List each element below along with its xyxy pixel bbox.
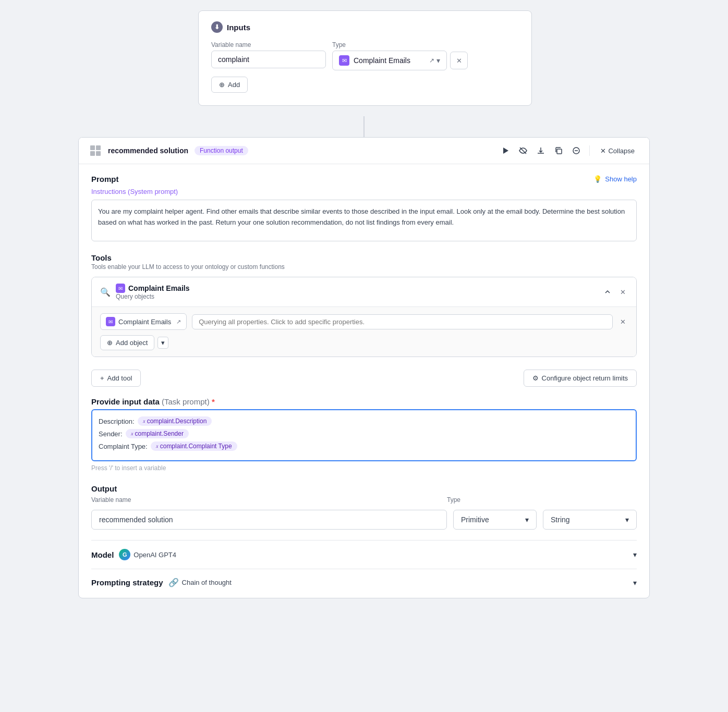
tool-collapse-button[interactable] — [601, 286, 614, 298]
plus-icon: + — [100, 374, 104, 382]
tools-title: Tools — [91, 253, 637, 262]
tools-subtitle: Tools enable your LLM to access to your … — [91, 263, 637, 271]
complaint-emails-icon: ✉ — [339, 55, 349, 66]
output-type-label: Type — [447, 496, 530, 504]
object-properties-input[interactable] — [192, 314, 613, 329]
model-section-header[interactable]: Model G OpenAI GPT4 ▾ — [91, 549, 637, 560]
object-remove-button[interactable]: ✕ — [618, 316, 628, 328]
svg-rect-3 — [96, 151, 101, 156]
hide-button[interactable] — [516, 144, 530, 157]
instructions-textarea[interactable]: You are my complaint helper agent. Find … — [91, 200, 637, 241]
variable-chip-description[interactable]: 𝑥 complaint.Description — [138, 416, 212, 426]
bulb-icon: 💡 — [593, 175, 602, 183]
tool-name: Complaint Emails — [128, 284, 189, 292]
header-divider — [589, 145, 590, 156]
gear-icon: ⚙ — [532, 374, 539, 382]
download-button[interactable] — [534, 144, 548, 157]
add-variable-button[interactable]: ⊕ Add — [211, 77, 248, 93]
variable-chip-sender[interactable]: 𝑥 complaint.Sender — [126, 429, 189, 438]
type-value: Primitive — [461, 515, 489, 524]
model-title: Model — [91, 550, 114, 559]
type-label: Type — [332, 41, 468, 48]
slash-hint: Press '/' to insert a variable — [91, 464, 637, 472]
output-subtype-chevron-icon: ▾ — [625, 515, 629, 524]
object-external-link-icon: ↗ — [176, 318, 181, 325]
strategy-chevron-icon: ▾ — [633, 579, 637, 587]
prompting-strategy-title: Prompting strategy — [91, 578, 163, 587]
output-type-chevron-icon: ▾ — [525, 515, 529, 524]
function-output-badge: Function output — [195, 146, 248, 155]
svg-rect-1 — [96, 145, 101, 150]
output-subtype-select[interactable]: String ▾ — [543, 510, 637, 530]
output-type-select[interactable]: Primitive ▾ — [453, 510, 537, 530]
dropdown-chevron-icon[interactable]: ▾ — [436, 56, 440, 65]
function-header: recommended solution Function output — [79, 138, 649, 164]
input-line-complaint-type: Complaint Type: 𝑥 complaint.Complaint Ty… — [99, 441, 629, 451]
svg-marker-4 — [503, 148, 508, 154]
provide-input-area[interactable]: Description: 𝑥 complaint.Description Sen… — [91, 409, 637, 461]
input-line-description: Description: 𝑥 complaint.Description — [99, 416, 629, 426]
function-name: recommended solution — [108, 146, 188, 155]
tool-object-badge[interactable]: ✉ Complaint Emails ↗ — [100, 313, 187, 330]
add-object-dropdown-button[interactable]: ▾ — [157, 337, 168, 349]
subtype-value: String — [551, 515, 570, 524]
add-object-button[interactable]: ⊕ Add object — [100, 335, 154, 350]
output-title: Output — [91, 484, 637, 493]
provide-input-title: Provide input data (Task prompt) * — [91, 397, 637, 406]
type-select[interactable]: ✉ Complaint Emails ↗ ▾ — [332, 51, 447, 70]
svg-rect-2 — [90, 151, 95, 156]
close-x-icon: ✕ — [600, 147, 606, 155]
svg-rect-6 — [557, 149, 562, 154]
collapse-button[interactable]: ✕ Collapse — [596, 144, 639, 157]
plus-icon: ⊕ — [219, 81, 225, 89]
model-name: OpenAI GPT4 — [134, 551, 176, 559]
play-button[interactable] — [499, 144, 512, 157]
tool-card: 🔍 ✉ Complaint Emails Query objects — [91, 277, 637, 357]
function-panel: recommended solution Function output — [78, 137, 650, 598]
openai-icon: G — [119, 549, 130, 560]
object-name: Complaint Emails — [118, 318, 171, 326]
strategy-name: Chain of thought — [182, 579, 232, 586]
output-variable-name-label: Variable name — [91, 496, 434, 504]
inputs-title: Inputs — [227, 23, 250, 32]
input-line-sender: Sender: 𝑥 complaint.Sender — [99, 429, 629, 438]
plus-circle-icon: ⊕ — [107, 339, 113, 347]
external-link-icon: ↗ — [429, 57, 434, 64]
model-chevron-icon: ▾ — [633, 550, 637, 559]
connector-line — [363, 116, 365, 137]
svg-rect-0 — [90, 145, 95, 150]
show-help-button[interactable]: 💡 Show help — [593, 175, 637, 183]
chain-icon: 🔗 — [168, 578, 179, 587]
type-value: Complaint Emails — [354, 56, 425, 65]
function-logo-icon — [89, 144, 102, 157]
variable-chip-complaint-type[interactable]: 𝑥 complaint.Complaint Type — [151, 441, 237, 451]
prompt-title: Prompt — [91, 175, 119, 183]
prompting-strategy-header[interactable]: Prompting strategy 🔗 Chain of thought ▾ — [91, 578, 637, 587]
tool-type-icon: ✉ — [116, 284, 125, 293]
copy-button[interactable] — [552, 144, 565, 157]
inputs-icon: ⬇ — [211, 21, 223, 33]
object-icon: ✉ — [106, 317, 115, 326]
variable-name-input[interactable] — [211, 51, 326, 68]
instructions-label: Instructions (System prompt) — [91, 188, 637, 195]
tool-remove-button[interactable]: ✕ — [618, 286, 628, 298]
output-name-input[interactable] — [91, 510, 447, 530]
add-tool-button[interactable]: + Add tool — [91, 370, 141, 387]
minus-button[interactable] — [569, 144, 583, 157]
variable-name-label: Variable name — [211, 41, 326, 48]
search-icon: 🔍 — [100, 287, 111, 297]
configure-button[interactable]: ⚙ Configure object return limits — [524, 370, 637, 387]
remove-type-button[interactable]: ✕ — [450, 52, 468, 69]
tool-type-label: Query objects — [116, 293, 189, 300]
